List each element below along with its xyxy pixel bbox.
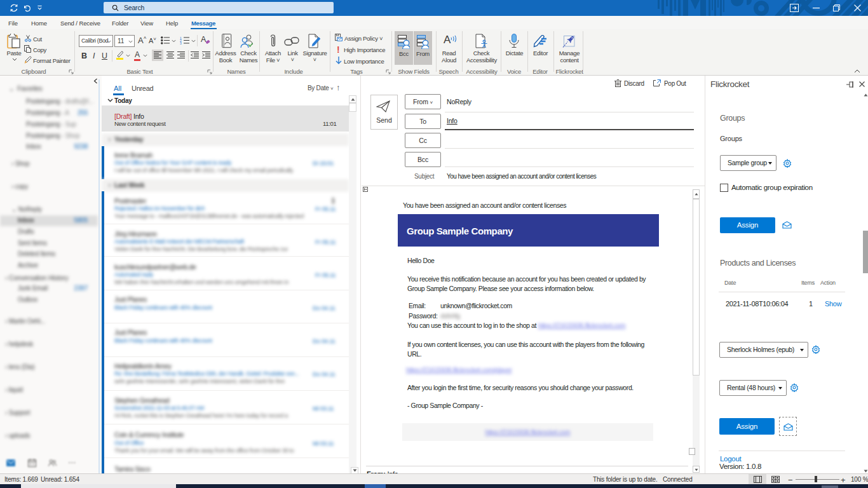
svg-text:3: 3 (180, 41, 182, 44)
